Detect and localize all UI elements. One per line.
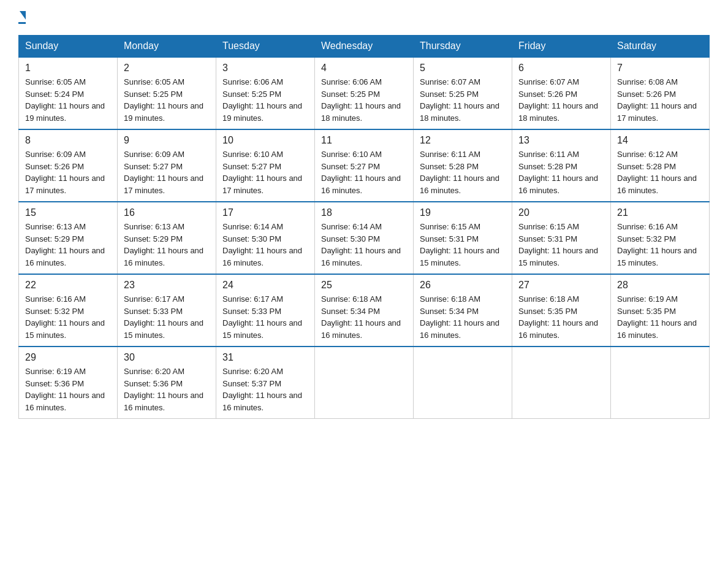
- day-number: 10: [222, 135, 308, 146]
- calendar-cell: 2Sunrise: 6:05 AMSunset: 5:25 PMDaylight…: [118, 57, 216, 129]
- day-info: Sunrise: 6:09 AMSunset: 5:26 PMDaylight:…: [25, 150, 105, 195]
- day-number: 15: [25, 207, 111, 218]
- calendar-header-row: SundayMondayTuesdayWednesdayThursdayFrid…: [19, 36, 710, 58]
- calendar-cell: [611, 347, 710, 419]
- day-number: 6: [518, 63, 604, 74]
- day-info: Sunrise: 6:20 AMSunset: 5:36 PMDaylight:…: [124, 367, 203, 412]
- calendar-cell: 12Sunrise: 6:11 AMSunset: 5:28 PMDayligh…: [414, 129, 512, 202]
- calendar-cell: 25Sunrise: 6:18 AMSunset: 5:34 PMDayligh…: [315, 274, 414, 347]
- day-info: Sunrise: 6:06 AMSunset: 5:25 PMDaylight:…: [321, 77, 401, 123]
- calendar-cell: 11Sunrise: 6:10 AMSunset: 5:27 PMDayligh…: [315, 129, 414, 202]
- day-info: Sunrise: 6:17 AMSunset: 5:33 PMDaylight:…: [222, 294, 302, 340]
- calendar-cell: [414, 347, 512, 419]
- page-header: [18, 12, 710, 24]
- day-number: 24: [222, 280, 308, 291]
- calendar-cell: 27Sunrise: 6:18 AMSunset: 5:35 PMDayligh…: [512, 274, 611, 347]
- day-info: Sunrise: 6:07 AMSunset: 5:25 PMDaylight:…: [420, 77, 499, 123]
- calendar-cell: 13Sunrise: 6:11 AMSunset: 5:28 PMDayligh…: [512, 129, 611, 202]
- calendar-week-row: 1Sunrise: 6:05 AMSunset: 5:24 PMDaylight…: [19, 57, 710, 129]
- day-number: 27: [518, 280, 604, 291]
- calendar-cell: 7Sunrise: 6:08 AMSunset: 5:26 PMDaylight…: [611, 57, 710, 129]
- day-info: Sunrise: 6:16 AMSunset: 5:32 PMDaylight:…: [25, 294, 105, 340]
- day-info: Sunrise: 6:08 AMSunset: 5:26 PMDaylight:…: [617, 77, 697, 123]
- calendar-cell: 16Sunrise: 6:13 AMSunset: 5:29 PMDayligh…: [118, 202, 216, 274]
- day-info: Sunrise: 6:15 AMSunset: 5:31 PMDaylight:…: [518, 222, 598, 267]
- day-number: 26: [420, 280, 506, 291]
- day-number: 3: [222, 63, 308, 74]
- day-info: Sunrise: 6:06 AMSunset: 5:25 PMDaylight:…: [222, 77, 302, 123]
- calendar-cell: 24Sunrise: 6:17 AMSunset: 5:33 PMDayligh…: [216, 274, 315, 347]
- header-sunday: Sunday: [19, 36, 118, 58]
- calendar-cell: 17Sunrise: 6:14 AMSunset: 5:30 PMDayligh…: [216, 202, 315, 274]
- calendar-cell: 18Sunrise: 6:14 AMSunset: 5:30 PMDayligh…: [315, 202, 414, 274]
- calendar-week-row: 8Sunrise: 6:09 AMSunset: 5:26 PMDaylight…: [19, 129, 710, 202]
- header-tuesday: Tuesday: [216, 36, 315, 58]
- calendar-week-row: 29Sunrise: 6:19 AMSunset: 5:36 PMDayligh…: [19, 347, 710, 419]
- day-number: 20: [518, 207, 604, 218]
- day-number: 12: [420, 135, 506, 146]
- header-friday: Friday: [512, 36, 611, 58]
- day-number: 5: [420, 63, 506, 74]
- day-number: 28: [617, 280, 703, 291]
- calendar-cell: 15Sunrise: 6:13 AMSunset: 5:29 PMDayligh…: [19, 202, 118, 274]
- day-info: Sunrise: 6:14 AMSunset: 5:30 PMDaylight:…: [222, 222, 302, 267]
- day-number: 16: [124, 207, 210, 218]
- day-info: Sunrise: 6:10 AMSunset: 5:27 PMDaylight:…: [222, 150, 302, 195]
- calendar-cell: 20Sunrise: 6:15 AMSunset: 5:31 PMDayligh…: [512, 202, 611, 274]
- day-info: Sunrise: 6:13 AMSunset: 5:29 PMDaylight:…: [25, 222, 105, 267]
- day-number: 29: [25, 352, 111, 363]
- day-info: Sunrise: 6:19 AMSunset: 5:36 PMDaylight:…: [25, 367, 105, 412]
- day-number: 14: [617, 135, 703, 146]
- calendar-cell: 23Sunrise: 6:17 AMSunset: 5:33 PMDayligh…: [118, 274, 216, 347]
- day-number: 19: [420, 207, 506, 218]
- day-info: Sunrise: 6:16 AMSunset: 5:32 PMDaylight:…: [617, 222, 697, 267]
- day-number: 30: [124, 352, 210, 363]
- calendar-cell: 28Sunrise: 6:19 AMSunset: 5:35 PMDayligh…: [611, 274, 710, 347]
- day-info: Sunrise: 6:11 AMSunset: 5:28 PMDaylight:…: [420, 150, 499, 195]
- day-number: 31: [222, 352, 308, 363]
- logo: [18, 12, 26, 24]
- day-number: 18: [321, 207, 407, 218]
- calendar-cell: 10Sunrise: 6:10 AMSunset: 5:27 PMDayligh…: [216, 129, 315, 202]
- day-number: 25: [321, 280, 407, 291]
- day-number: 4: [321, 63, 407, 74]
- day-info: Sunrise: 6:15 AMSunset: 5:31 PMDaylight:…: [420, 222, 499, 267]
- day-number: 2: [124, 63, 210, 74]
- day-info: Sunrise: 6:07 AMSunset: 5:26 PMDaylight:…: [518, 77, 598, 123]
- logo-underline: [18, 22, 26, 24]
- day-number: 21: [617, 207, 703, 218]
- calendar-table: SundayMondayTuesdayWednesdayThursdayFrid…: [18, 35, 710, 419]
- calendar-week-row: 22Sunrise: 6:16 AMSunset: 5:32 PMDayligh…: [19, 274, 710, 347]
- calendar-cell: 26Sunrise: 6:18 AMSunset: 5:34 PMDayligh…: [414, 274, 512, 347]
- day-info: Sunrise: 6:20 AMSunset: 5:37 PMDaylight:…: [222, 367, 302, 412]
- day-info: Sunrise: 6:18 AMSunset: 5:34 PMDaylight:…: [321, 294, 401, 340]
- calendar-cell: 3Sunrise: 6:06 AMSunset: 5:25 PMDaylight…: [216, 57, 315, 129]
- header-saturday: Saturday: [611, 36, 710, 58]
- day-number: 17: [222, 207, 308, 218]
- calendar-cell: 6Sunrise: 6:07 AMSunset: 5:26 PMDaylight…: [512, 57, 611, 129]
- calendar-cell: 9Sunrise: 6:09 AMSunset: 5:27 PMDaylight…: [118, 129, 216, 202]
- day-info: Sunrise: 6:18 AMSunset: 5:35 PMDaylight:…: [518, 294, 598, 340]
- day-info: Sunrise: 6:12 AMSunset: 5:28 PMDaylight:…: [617, 150, 697, 195]
- calendar-cell: 1Sunrise: 6:05 AMSunset: 5:24 PMDaylight…: [19, 57, 118, 129]
- day-number: 11: [321, 135, 407, 146]
- day-number: 8: [25, 135, 111, 146]
- day-info: Sunrise: 6:14 AMSunset: 5:30 PMDaylight:…: [321, 222, 401, 267]
- calendar-week-row: 15Sunrise: 6:13 AMSunset: 5:29 PMDayligh…: [19, 202, 710, 274]
- calendar-cell: 5Sunrise: 6:07 AMSunset: 5:25 PMDaylight…: [414, 57, 512, 129]
- calendar-cell: 30Sunrise: 6:20 AMSunset: 5:36 PMDayligh…: [118, 347, 216, 419]
- day-info: Sunrise: 6:11 AMSunset: 5:28 PMDaylight:…: [518, 150, 598, 195]
- header-wednesday: Wednesday: [315, 36, 414, 58]
- day-info: Sunrise: 6:05 AMSunset: 5:24 PMDaylight:…: [25, 77, 105, 123]
- header-thursday: Thursday: [414, 36, 512, 58]
- calendar-cell: 14Sunrise: 6:12 AMSunset: 5:28 PMDayligh…: [611, 129, 710, 202]
- day-number: 22: [25, 280, 111, 291]
- day-info: Sunrise: 6:18 AMSunset: 5:34 PMDaylight:…: [420, 294, 499, 340]
- day-info: Sunrise: 6:13 AMSunset: 5:29 PMDaylight:…: [124, 222, 203, 267]
- calendar-cell: 29Sunrise: 6:19 AMSunset: 5:36 PMDayligh…: [19, 347, 118, 419]
- header-monday: Monday: [118, 36, 216, 58]
- day-info: Sunrise: 6:05 AMSunset: 5:25 PMDaylight:…: [124, 77, 203, 123]
- logo-triangle-icon: [20, 11, 26, 20]
- day-info: Sunrise: 6:19 AMSunset: 5:35 PMDaylight:…: [617, 294, 697, 340]
- calendar-cell: 31Sunrise: 6:20 AMSunset: 5:37 PMDayligh…: [216, 347, 315, 419]
